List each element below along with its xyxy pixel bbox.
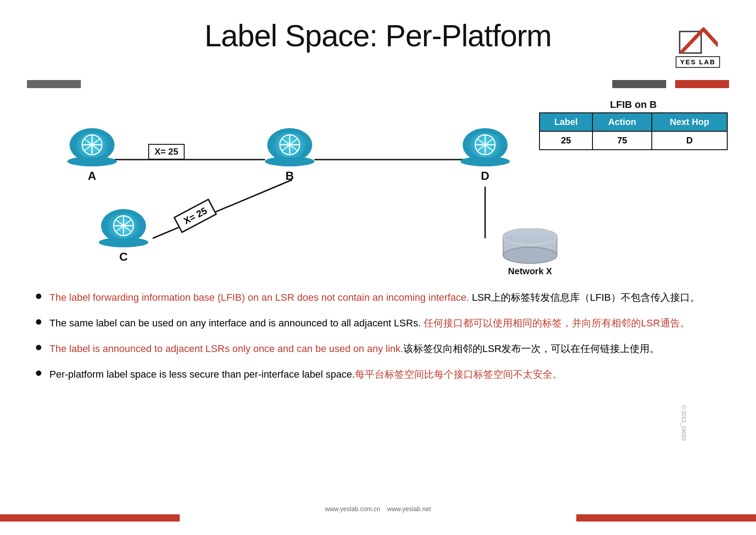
bullet-4-black: Per-platform label space is less secure … [49,369,355,380]
bullet-dot-3 [36,345,41,350]
lfib-cell-action: 75 [592,131,652,150]
lfib-header-nexthop: Next Hop [652,113,727,131]
top-bar-left [27,80,81,88]
diagram-area: A B C [27,90,728,279]
line-label-horizontal: X= 25 [148,144,185,160]
lfib-table-container: LFIB on B Label Action Next Hop 25 75 D [539,99,728,150]
bullet-1-black: LSR上的标签转发信息库（LFIB）不包含传入接口。 [469,292,699,303]
footer-links: www.yeslab.com.cn www.yeslab.net [0,505,756,513]
bullet-text-3: The label is announced to adjacent LSRs … [49,341,659,356]
router-d-icon [469,133,501,157]
router-c-icon [108,214,139,238]
bullet-2-red: 任何接口都可以使用相同的标签，并向所有相邻的LSR通告。 [424,317,690,329]
router-b-icon [274,133,305,157]
watermark: © 2013_19020 [681,405,687,441]
footer-link-2: www.yeslab.net [387,505,431,513]
lfib-cell-nexthop: D [652,131,727,150]
top-bar-right-gray [612,80,666,88]
router-a-icon [76,133,108,157]
network-x-cylinder-icon [499,228,561,264]
bullet-3-red: The label is announced to adjacent LSRs … [49,343,403,354]
bullet-2-black: The same label can be used on any interf… [49,317,424,329]
router-b: B [265,128,314,183]
yeslab-logo: YES LAB [676,25,720,68]
bullet-text-2: The same label can be used on any interf… [49,316,690,330]
yeslab-text: YES LAB [676,56,720,68]
bottom-bar-right [576,514,756,522]
bullet-item-2: The same label can be used on any interf… [36,316,720,330]
bullet-dot-4 [36,370,41,376]
bullet-1-red: The label forwarding information base (L… [49,292,469,303]
bullet-text-4: Per-platform label space is less secure … [49,367,562,382]
bullet-item-4: Per-platform label space is less secure … [36,367,720,382]
bullet-text-1: The label forwarding information base (L… [49,290,700,305]
top-bar-right-red [675,80,729,88]
bullets-section: The label forwarding information base (L… [36,290,720,392]
lfib-cell-label: 25 [539,131,592,150]
lfib-header-action: Action [592,113,652,131]
yeslab-checkmark-icon [677,25,718,56]
svg-point-29 [503,247,557,263]
bullet-4-red: 每平台标签空间比每个接口标签空间不太安全。 [355,369,562,380]
page-title: Label Space: Per-Platform [0,18,756,53]
network-x: Network X [458,228,602,276]
svg-line-4 [153,180,292,238]
router-c: C [99,209,148,264]
router-d: D [460,128,510,183]
bullet-item-3: The label is announced to adjacent LSRs … [36,341,720,356]
bottom-bar-left [0,514,180,522]
lfib-table: Label Action Next Hop 25 75 D [539,112,728,150]
router-a: A [67,128,117,183]
table-row: 25 75 D [539,131,727,150]
bullet-dot-1 [36,294,41,299]
bullet-item-1: The label forwarding information base (L… [36,290,720,305]
footer-link-1: www.yeslab.com.cn [325,505,380,513]
lfib-title: LFIB on B [539,99,728,111]
bullet-3-black: 该标签仅向相邻的LSR发布一次，可以在任何链接上使用。 [403,343,660,354]
bullet-dot-2 [36,319,41,325]
lfib-header-label: Label [539,113,592,131]
line-label-diagonal: X= 25 [173,198,217,233]
